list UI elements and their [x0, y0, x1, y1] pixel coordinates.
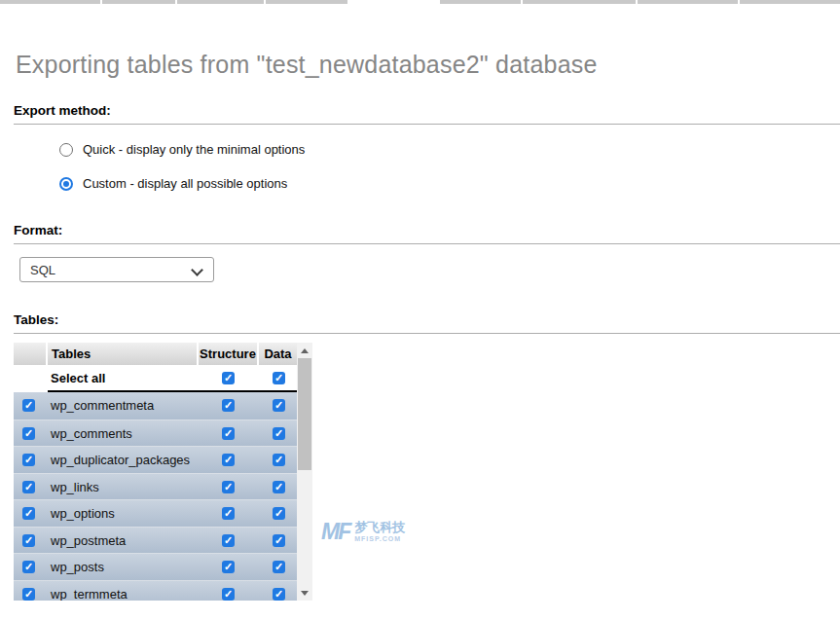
table-row: wp_comments	[14, 419, 297, 447]
tab-stub[interactable]	[102, 0, 175, 4]
row-structure-checkbox[interactable]	[222, 454, 235, 466]
table-name: wp_commentmeta	[51, 398, 154, 413]
tab-stub[interactable]	[266, 0, 347, 4]
table-row: wp_postmeta	[14, 527, 297, 554]
row-select-checkbox[interactable]	[22, 481, 35, 493]
row-data-checkbox[interactable]	[273, 561, 285, 573]
export-method-option-quick[interactable]: Quick - display only the minimal options	[59, 142, 305, 157]
column-header-data: Data	[259, 343, 297, 365]
scroll-down-icon	[301, 591, 309, 596]
tab-stub[interactable]	[177, 0, 264, 4]
row-structure-checkbox[interactable]	[222, 507, 235, 520]
table-name: wp_posts	[51, 560, 104, 574]
format-select-value: SQL	[30, 263, 55, 277]
table-name: wp_duplicator_packages	[51, 453, 190, 467]
select-all-row: Select all	[14, 365, 297, 392]
divider	[14, 243, 840, 244]
row-select-checkbox[interactable]	[22, 399, 35, 412]
export-method-label: Export method:	[14, 103, 111, 118]
select-all-structure-checkbox[interactable]	[222, 372, 235, 384]
watermark: MF 梦飞科技 MFISP.COM	[321, 520, 405, 543]
tab-stub[interactable]	[523, 0, 636, 4]
row-data-checkbox[interactable]	[273, 427, 285, 440]
row-structure-checkbox[interactable]	[222, 481, 235, 493]
row-select-checkbox[interactable]	[22, 588, 35, 601]
format-label: Format:	[14, 223, 62, 237]
tab-strip	[0, 0, 840, 5]
row-select-checkbox[interactable]	[22, 427, 35, 440]
select-all-data-checkbox[interactable]	[273, 372, 285, 384]
tables-label: Tables:	[14, 312, 58, 327]
row-structure-checkbox[interactable]	[222, 399, 235, 412]
row-select-checkbox[interactable]	[22, 534, 35, 547]
row-data-checkbox[interactable]	[273, 399, 285, 412]
watermark-logo: MF	[321, 521, 349, 543]
row-structure-checkbox[interactable]	[222, 588, 235, 601]
scrollbar-thumb[interactable]	[298, 358, 311, 470]
table-name: wp_options	[51, 506, 115, 521]
row-structure-checkbox[interactable]	[222, 561, 235, 573]
scroll-up-icon	[301, 348, 309, 353]
table-row: wp_termmeta	[14, 580, 297, 602]
table-row: wp_commentmeta	[14, 392, 297, 419]
table-name: wp_termmeta	[51, 587, 128, 602]
radio-custom[interactable]	[59, 177, 73, 191]
tables-list: Tables Structure Data Select all wp_comm…	[14, 343, 312, 601]
column-header-structure: Structure	[199, 343, 257, 365]
table-body: wp_commentmeta wp_comments wp_duplicator…	[14, 392, 297, 601]
row-select-checkbox[interactable]	[22, 561, 35, 573]
table-row: wp_options	[14, 499, 297, 527]
tab-stub[interactable]	[440, 0, 521, 4]
table-row: wp_duplicator_packages	[14, 446, 297, 473]
row-structure-checkbox[interactable]	[222, 534, 235, 547]
column-header-tables: Tables	[48, 343, 197, 365]
export-method-option-custom[interactable]: Custom - display all possible options	[59, 176, 287, 191]
watermark-domain: MFISP.COM	[354, 534, 401, 543]
table-row: wp_links	[14, 473, 297, 500]
chevron-down-icon	[191, 264, 203, 276]
row-data-checkbox[interactable]	[273, 481, 285, 493]
radio-quick[interactable]	[59, 143, 73, 157]
row-data-checkbox[interactable]	[273, 454, 285, 466]
radio-custom-label[interactable]: Custom - display all possible options	[83, 176, 287, 191]
column-header-selector	[14, 343, 46, 365]
table-header-row: Tables Structure Data	[14, 343, 297, 365]
scrollbar[interactable]	[297, 343, 312, 601]
radio-quick-label[interactable]: Quick - display only the minimal options	[83, 142, 305, 157]
scroll-down-button[interactable]	[297, 585, 312, 601]
tab-stub[interactable]	[0, 0, 100, 4]
divider	[14, 124, 840, 125]
tab-stub[interactable]	[638, 0, 738, 4]
format-select[interactable]: SQL	[19, 257, 214, 282]
table-name: wp_comments	[51, 426, 132, 441]
export-page: Exporting tables from "test_newdatabase2…	[0, 0, 840, 620]
row-data-checkbox[interactable]	[273, 507, 285, 520]
divider	[14, 333, 840, 334]
watermark-brand: 梦飞科技	[354, 520, 405, 534]
row-data-checkbox[interactable]	[273, 534, 285, 547]
tab-stub[interactable]	[740, 0, 840, 4]
table-row: wp_posts	[14, 553, 297, 580]
select-all-label: Select all	[51, 371, 105, 385]
row-data-checkbox[interactable]	[273, 588, 285, 601]
page-title: Exporting tables from "test_newdatabase2…	[16, 51, 598, 79]
row-select-checkbox[interactable]	[22, 454, 35, 466]
scroll-up-button[interactable]	[297, 343, 312, 358]
row-structure-checkbox[interactable]	[222, 427, 235, 440]
table-name: wp_links	[51, 480, 99, 494]
table-name: wp_postmeta	[51, 533, 126, 548]
row-select-checkbox[interactable]	[22, 507, 35, 520]
